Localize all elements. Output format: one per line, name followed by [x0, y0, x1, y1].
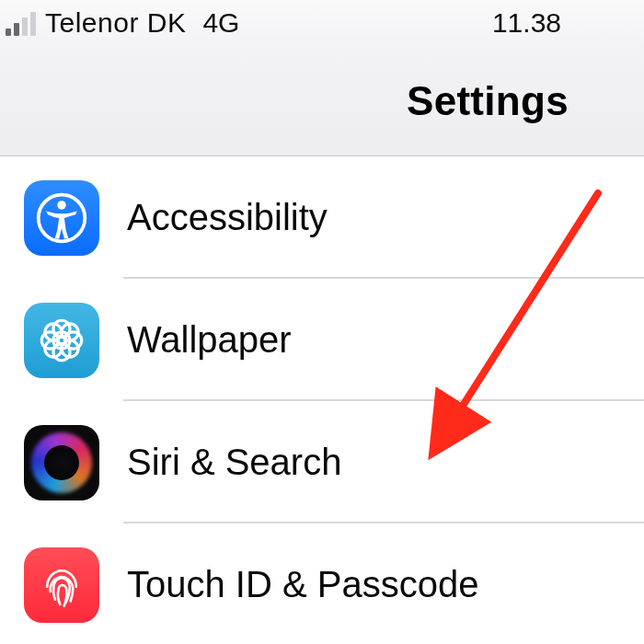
settings-row-label: Siri & Search: [127, 442, 341, 483]
siri-icon: [24, 425, 99, 500]
accessibility-icon: [24, 180, 99, 256]
settings-row-accessibility[interactable]: Accessibility: [0, 156, 644, 279]
page-title: Settings: [407, 78, 569, 124]
carrier-label: Telenor DK: [45, 7, 186, 39]
settings-row-wallpaper[interactable]: Wallpaper: [0, 279, 644, 401]
status-bar: Telenor DK 4G 11.38: [0, 0, 644, 46]
settings-row-label: Accessibility: [127, 197, 328, 238]
settings-row-label: Touch ID & Passcode: [127, 564, 478, 605]
settings-row-siri-search[interactable]: Siri & Search: [0, 401, 644, 523]
settings-list: Accessibility Wallpaper: [0, 156, 644, 644]
wallpaper-icon: [24, 303, 99, 378]
fingerprint-icon: [24, 547, 99, 623]
settings-row-touchid-passcode[interactable]: Touch ID & Passcode: [0, 523, 644, 644]
clock: 11.38: [492, 7, 561, 39]
svg-point-1: [57, 201, 65, 209]
network-type: 4G: [202, 7, 239, 39]
navigation-header: Settings: [0, 46, 644, 156]
signal-strength-icon: [6, 10, 36, 36]
settings-row-label: Wallpaper: [127, 319, 292, 361]
